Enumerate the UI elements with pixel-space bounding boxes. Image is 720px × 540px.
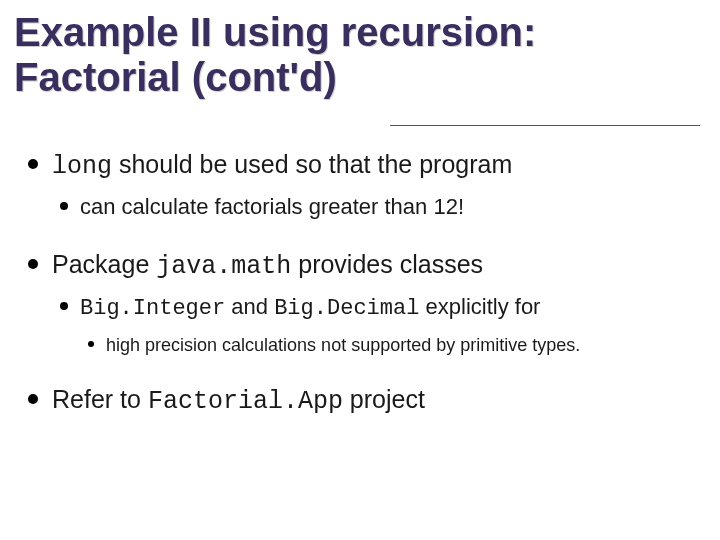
slide-title: Example II using recursion: Factorial (c… xyxy=(14,10,684,100)
bullet-package: Package java.math provides classes Big.I… xyxy=(22,248,684,357)
code-big-decimal: Big.Decimal xyxy=(274,296,419,321)
text-package-pre: Package xyxy=(52,250,156,278)
bullet-biginteger: Big.Integer and Big.Decimal explicitly f… xyxy=(52,293,684,357)
code-factorial-app: Factorial.App xyxy=(148,387,343,416)
bullet-long: long should be used so that the program … xyxy=(22,148,684,222)
text-and: and xyxy=(225,294,274,319)
title-underline xyxy=(390,125,700,126)
text-explicitly: explicitly for xyxy=(419,294,540,319)
text-high-precision: high precision calculations not supporte… xyxy=(106,335,580,355)
text-refer-pre: Refer to xyxy=(52,385,148,413)
title-line-2: Factorial (cont'd) xyxy=(14,55,337,99)
code-big-integer: Big.Integer xyxy=(80,296,225,321)
slide: Example II using recursion: Factorial (c… xyxy=(0,0,720,540)
code-long: long xyxy=(52,152,112,181)
title-line-1: Example II using recursion: xyxy=(14,10,536,54)
text-long-sub: can calculate factorials greater than 12… xyxy=(80,194,464,219)
slide-body: long should be used so that the program … xyxy=(14,148,684,419)
bullet-high-precision: high precision calculations not supporte… xyxy=(80,334,684,357)
text-long: should be used so that the program xyxy=(112,150,512,178)
bullet-refer: Refer to Factorial.App project xyxy=(22,383,684,419)
text-package-post: provides classes xyxy=(291,250,483,278)
text-refer-post: project xyxy=(343,385,425,413)
code-java-math: java.math xyxy=(156,252,291,281)
bullet-long-sub: can calculate factorials greater than 12… xyxy=(52,193,684,222)
